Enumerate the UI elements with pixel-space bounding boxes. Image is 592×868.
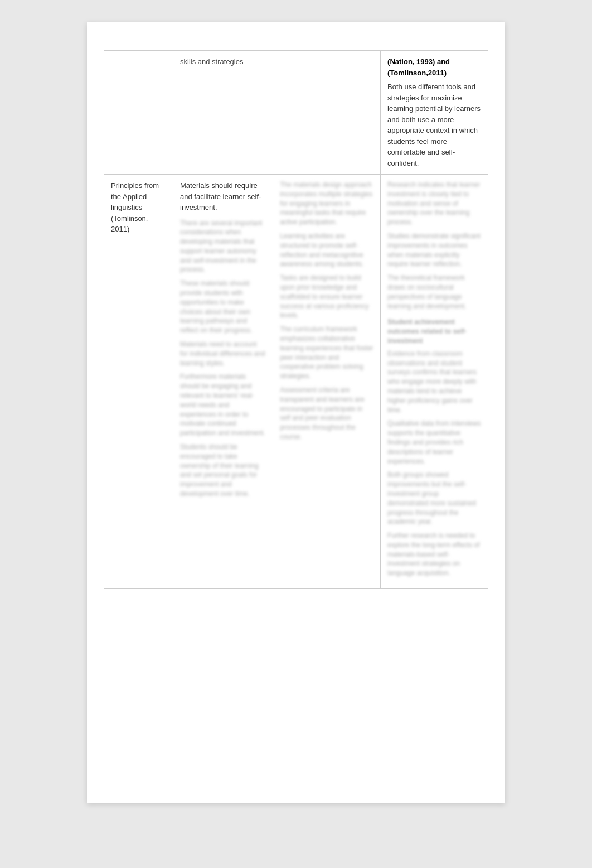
materials-text: Materials should require and facilitate … bbox=[180, 180, 266, 213]
cell-row2-col2: Materials should require and facilitate … bbox=[173, 175, 273, 589]
blurred-col2-block2: These materials should provide students … bbox=[180, 279, 266, 335]
comparison-table: skills and strategies (Nation, 1993) and… bbox=[104, 50, 488, 589]
cell-row1-col3 bbox=[273, 51, 381, 175]
blurred-col4-heading: Student achievement outcomes related to … bbox=[387, 317, 481, 345]
cell-row1-col4: (Nation, 1993) and (Tomlinson,2011) Both… bbox=[381, 51, 488, 175]
blurred-col4-content-2: Evidence from classroom observations and… bbox=[387, 349, 481, 578]
cell-row1-col1 bbox=[104, 51, 173, 175]
citation-body: Both use different tools and strategies … bbox=[387, 81, 481, 168]
blurred-col2-block5: Students should be encouraged to take ow… bbox=[180, 442, 266, 499]
cell-row2-col3: The materials design approach incorporat… bbox=[273, 175, 381, 589]
principles-label: Principles from the Applied linguistics … bbox=[111, 181, 159, 233]
blurred-col2-block3: Materials need to account for individual… bbox=[180, 340, 266, 368]
citation-header: (Nation, 1993) and (Tomlinson,2011) bbox=[387, 56, 481, 78]
blurred-col3-content: The materials design approach incorporat… bbox=[280, 180, 373, 442]
document-page: skills and strategies (Nation, 1993) and… bbox=[87, 22, 505, 803]
table-row-2: Principles from the Applied linguistics … bbox=[104, 175, 488, 589]
cell-row2-col4: Research indicates that learner investme… bbox=[381, 175, 488, 589]
cell-row1-col2: skills and strategies bbox=[173, 51, 273, 175]
cell-row2-col1: Principles from the Applied linguistics … bbox=[104, 175, 173, 589]
blurred-col2-block1: There are several important consideratio… bbox=[180, 219, 266, 275]
blurred-col4-content-1: Research indicates that learner investme… bbox=[387, 180, 481, 311]
blurred-col2-block4: Furthermore materials should be engaging… bbox=[180, 372, 266, 438]
table-row: skills and strategies (Nation, 1993) and… bbox=[104, 51, 488, 175]
strategies-text: skills and strategies bbox=[180, 57, 243, 66]
citation-text: (Nation, 1993) and (Tomlinson,2011) bbox=[387, 57, 450, 77]
